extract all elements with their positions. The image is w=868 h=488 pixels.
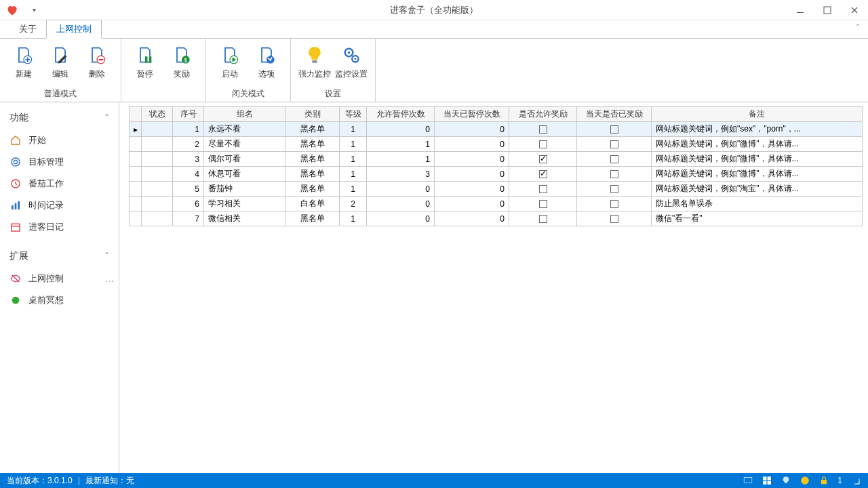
cell-group: 番茄钟 <box>204 182 285 197</box>
cell-allow-reward[interactable] <box>509 211 577 226</box>
cell-type: 黑名单 <box>285 211 340 226</box>
cell-group: 永远不看 <box>204 122 285 137</box>
cell-allow-reward[interactable] <box>509 137 577 152</box>
cell-allow-reward[interactable] <box>509 122 577 137</box>
ribbon-collapse-icon[interactable]: ˄ <box>856 23 860 33</box>
app-logo-icon <box>5 3 19 17</box>
cell-status <box>142 167 173 182</box>
col-group[interactable]: 组名 <box>204 107 285 122</box>
tray-bulb-icon[interactable] <box>781 475 791 486</box>
delete-button[interactable]: 删除 <box>79 41 115 86</box>
cell-rewarded-today[interactable] <box>577 167 652 182</box>
cell-allow-reward[interactable] <box>509 197 577 211</box>
pause-button[interactable]: 暂停 <box>127 41 163 88</box>
options-button[interactable]: 选项 <box>248 41 285 86</box>
cell-status <box>142 211 173 226</box>
cell-seq: 2 <box>173 137 204 152</box>
reward-button[interactable]: $ 奖励 <box>163 41 200 88</box>
ribbon-group-normal-2: 暂停 $ 奖励 <box>121 39 206 102</box>
cell-allow-reward[interactable] <box>509 152 577 167</box>
maximize-button[interactable] <box>814 0 841 20</box>
table-row[interactable]: 6学习相关白名单200防止黑名单误杀 <box>130 197 863 211</box>
col-rewarded-today[interactable]: 当天是否已奖励 <box>577 107 652 122</box>
sidebar-item-goals[interactable]: 目标管理 <box>0 151 119 173</box>
cell-allow-reward[interactable] <box>509 167 577 182</box>
tray-lock-icon[interactable] <box>818 475 829 486</box>
cell-rewarded-today[interactable] <box>577 182 652 197</box>
tab-about[interactable]: 关于 <box>9 20 46 38</box>
row-marker <box>130 167 142 182</box>
cell-allow-pause: 1 <box>367 152 435 167</box>
tray-windows-icon[interactable] <box>762 475 772 486</box>
sidebar-item-start[interactable]: 开始 <box>0 129 119 151</box>
cell-level: 1 <box>340 182 367 197</box>
group-label-lock: 闭关模式 <box>212 86 285 102</box>
col-level[interactable]: 等级 <box>340 107 367 122</box>
cell-status <box>142 137 173 152</box>
svg-rect-19 <box>15 203 17 209</box>
cell-rewarded-today[interactable] <box>577 152 652 167</box>
cell-rewarded-today[interactable] <box>577 122 652 137</box>
cell-paused-today: 0 <box>435 182 509 197</box>
cell-group: 微信相关 <box>204 211 285 226</box>
cell-group: 偶尔可看 <box>204 152 285 167</box>
sidebar-item-diary[interactable]: 进客日记 <box>0 216 119 238</box>
minimize-button[interactable] <box>787 0 814 20</box>
qat-dropdown-icon[interactable]: ▾ <box>33 6 36 14</box>
sidebar-more-icon[interactable]: ⋮ <box>105 277 115 283</box>
rules-table[interactable]: 状态 序号 组名 类别 等级 允许暂停次数 当天已暂停次数 是否允许奖励 当天是… <box>129 106 863 226</box>
cell-level: 1 <box>340 122 367 137</box>
sidebar-item-timelog[interactable]: 时间记录 <box>0 195 119 216</box>
col-paused-today[interactable]: 当天已暂停次数 <box>435 107 509 122</box>
svg-point-16 <box>14 160 17 163</box>
sidebar-item-netctrl[interactable]: 上网控制 <box>0 268 119 289</box>
col-allow-reward[interactable]: 是否允许奖励 <box>509 107 577 122</box>
cell-type: 黑名单 <box>285 182 340 197</box>
cell-allow-reward[interactable] <box>509 182 577 197</box>
sidebar-item-label: 目标管理 <box>28 156 64 168</box>
edit-button[interactable]: 编辑 <box>42 41 79 86</box>
table-row[interactable]: 5番茄钟黑名单100网站标题关键词，例如"淘宝"，具体请... <box>130 182 863 197</box>
table-row[interactable]: 3偶尔可看黑名单110网站标题关键词，例如"微博"，具体请... <box>130 152 863 167</box>
sidebar-section-functions[interactable]: 功能 ˄ <box>0 106 119 129</box>
new-button[interactable]: 新建 <box>5 41 42 86</box>
monitor-settings-button[interactable]: 监控设置 <box>333 41 370 86</box>
cell-rewarded-today[interactable] <box>577 197 652 211</box>
notice-value: 无 <box>126 475 134 487</box>
tray-monitor-icon[interactable] <box>743 475 753 486</box>
row-marker <box>130 197 142 211</box>
svg-point-28 <box>801 476 809 485</box>
cell-remark: 网站标题关键词，例如"微博"，具体请... <box>652 167 863 182</box>
status-bar: 当前版本： 3.0.1.0 | 最新通知： 无 1 <box>0 473 868 488</box>
col-remark[interactable]: 备注 <box>652 107 863 122</box>
cell-seq: 7 <box>173 211 204 226</box>
col-seq[interactable]: 序号 <box>173 107 204 122</box>
svg-point-12 <box>348 52 351 54</box>
start-button[interactable]: 启动 <box>212 41 248 86</box>
table-row[interactable]: ▸1永远不看黑名单100网站标题关键词，例如"sex"，"porn"，... <box>130 122 863 137</box>
sidebar-section-extensions[interactable]: 扩展 ˄ <box>0 245 119 268</box>
cell-paused-today: 0 <box>435 167 509 182</box>
tray-face-icon[interactable] <box>800 475 810 486</box>
col-type[interactable]: 类别 <box>285 107 340 122</box>
table-row[interactable]: 4休息可看黑名单130网站标题关键词，例如"微博"，具体请... <box>130 167 863 182</box>
cell-level: 1 <box>340 167 367 182</box>
close-button[interactable] <box>841 0 868 20</box>
sidebar-item-meditate[interactable]: 桌前冥想 <box>0 289 119 311</box>
tab-net-control[interactable]: 上网控制 <box>46 20 102 39</box>
svg-text:$: $ <box>184 58 188 64</box>
version-label: 当前版本： <box>7 475 47 487</box>
svg-rect-20 <box>18 201 20 209</box>
table-row[interactable]: 7微信相关黑名单100微信"看一看" <box>130 211 863 226</box>
sidebar-item-label: 番茄工作 <box>28 178 64 190</box>
strong-monitor-button[interactable]: 强力监控 <box>296 41 333 86</box>
col-status[interactable]: 状态 <box>142 107 173 122</box>
cell-rewarded-today[interactable] <box>577 137 652 152</box>
section-label: 扩展 <box>9 250 28 262</box>
svg-rect-4 <box>145 56 148 62</box>
sidebar-item-tomato[interactable]: 番茄工作 <box>0 173 119 195</box>
cell-rewarded-today[interactable] <box>577 211 652 226</box>
tray-resize-icon[interactable] <box>850 475 861 486</box>
table-row[interactable]: 2尽量不看黑名单110网站标题关键词，例如"微博"，具体请... <box>130 137 863 152</box>
col-allow-pause[interactable]: 允许暂停次数 <box>367 107 435 122</box>
